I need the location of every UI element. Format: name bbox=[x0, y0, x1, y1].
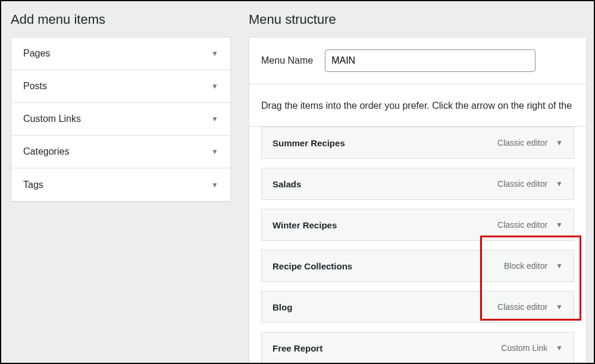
accordion-label: Posts bbox=[23, 81, 47, 92]
menu-name-label: Menu Name bbox=[261, 55, 313, 66]
accordion-label: Pages bbox=[23, 48, 50, 59]
menu-item[interactable]: Winter Recipes Classic editor ▼ bbox=[261, 209, 574, 241]
add-items-accordion: Pages ▼ Posts ▼ Custom Links ▼ Categorie… bbox=[11, 37, 231, 202]
accordion-item-custom-links[interactable]: Custom Links ▼ bbox=[11, 103, 230, 136]
menu-item[interactable]: Blog Classic editor ▼ bbox=[261, 291, 574, 323]
menu-item-title: Free Report bbox=[273, 343, 322, 353]
menu-item-type: Classic editor bbox=[497, 302, 547, 312]
accordion-item-categories[interactable]: Categories ▼ bbox=[11, 136, 230, 168]
menu-items-list: Summer Recipes Classic editor ▼ Salads C… bbox=[249, 127, 587, 364]
menu-structure-heading: Menu structure bbox=[249, 12, 587, 27]
caret-down-icon: ▼ bbox=[211, 115, 218, 123]
accordion-label: Tags bbox=[23, 180, 43, 190]
menu-item[interactable]: Salads Classic editor ▼ bbox=[261, 168, 574, 200]
menu-item-title: Winter Recipes bbox=[273, 220, 337, 230]
caret-down-icon: ▼ bbox=[556, 344, 563, 352]
menu-name-input[interactable] bbox=[325, 49, 536, 72]
accordion-label: Categories bbox=[23, 146, 69, 157]
caret-down-icon: ▼ bbox=[211, 181, 218, 189]
menu-item-type: Classic editor bbox=[497, 220, 547, 230]
accordion-item-pages[interactable]: Pages ▼ bbox=[11, 37, 230, 70]
accordion-item-posts[interactable]: Posts ▼ bbox=[11, 70, 230, 103]
caret-down-icon: ▼ bbox=[556, 221, 563, 229]
menu-item-type: Block editor bbox=[504, 261, 547, 271]
accordion-label: Custom Links bbox=[23, 114, 81, 124]
menu-item-title: Recipe Collections bbox=[273, 261, 352, 271]
menu-item-title: Blog bbox=[273, 302, 292, 312]
caret-down-icon: ▼ bbox=[211, 82, 218, 90]
menu-item[interactable]: Recipe Collections Block editor ▼ bbox=[261, 250, 574, 282]
menu-item-type: Custom Link bbox=[501, 343, 547, 353]
caret-down-icon: ▼ bbox=[211, 148, 218, 156]
menu-item-type: Classic editor bbox=[497, 179, 547, 189]
menu-name-row: Menu Name bbox=[249, 37, 587, 84]
caret-down-icon: ▼ bbox=[211, 49, 218, 58]
caret-down-icon: ▼ bbox=[556, 262, 563, 270]
instructions-text: Drag the items into the order you prefer… bbox=[249, 84, 587, 127]
accordion-item-tags[interactable]: Tags ▼ bbox=[11, 168, 230, 201]
menu-item[interactable]: Free Report Custom Link ▼ bbox=[261, 332, 574, 364]
caret-down-icon: ▼ bbox=[556, 139, 563, 147]
caret-down-icon: ▼ bbox=[556, 303, 563, 311]
menu-item-title: Summer Recipes bbox=[273, 138, 345, 148]
menu-item[interactable]: Summer Recipes Classic editor ▼ bbox=[261, 127, 574, 159]
menu-item-type: Classic editor bbox=[497, 138, 547, 148]
menu-item-title: Salads bbox=[273, 179, 301, 189]
caret-down-icon: ▼ bbox=[556, 180, 563, 188]
add-menu-items-heading: Add menu items bbox=[11, 12, 231, 27]
